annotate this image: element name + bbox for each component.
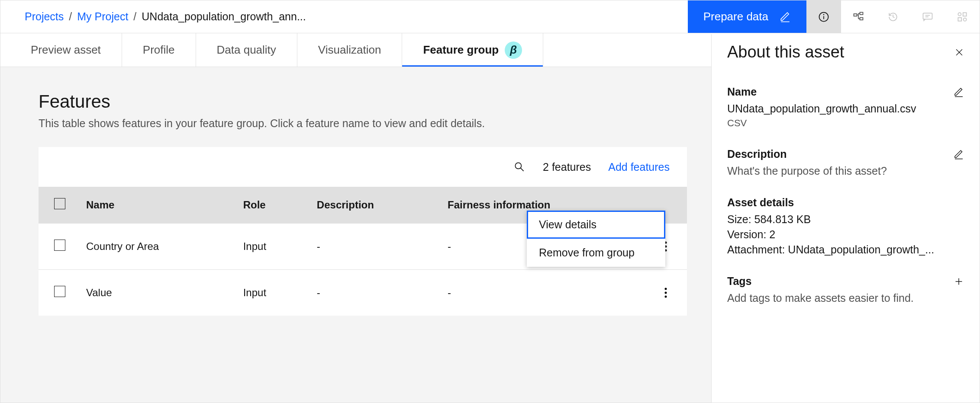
svg-point-19 [665, 292, 667, 294]
panel-tags-section: Tags Add tags to make assets easier to f… [727, 275, 964, 304]
edit-icon [780, 11, 791, 22]
menu-remove-from-group[interactable]: Remove from group [527, 239, 665, 267]
svg-line-14 [521, 168, 524, 171]
tab-profile[interactable]: Profile [122, 33, 196, 67]
asset-name: UNdata_population_growth_annual.csv [727, 102, 964, 115]
svg-rect-11 [958, 17, 961, 21]
table-toolbar: 2 features Add features [39, 147, 687, 187]
comment-icon [910, 0, 945, 33]
feature-name[interactable]: Country or Area [76, 224, 233, 270]
svg-rect-6 [923, 13, 932, 19]
edit-description-icon[interactable] [954, 149, 964, 160]
feature-role: Input [233, 270, 306, 316]
page-title: Features [39, 91, 687, 112]
page-subtitle: This table shows features in your featur… [39, 117, 687, 130]
svg-rect-4 [860, 12, 863, 14]
menu-view-details[interactable]: View details [527, 211, 665, 239]
feature-description: - [306, 270, 437, 316]
feature-fairness: - [437, 270, 645, 316]
tab-feature-group[interactable]: Feature group β [402, 33, 543, 67]
tab-preview-asset[interactable]: Preview asset [0, 33, 122, 67]
asset-attachment: Attachment: UNdata_population_growth_... [727, 243, 964, 256]
svg-point-9 [958, 13, 961, 16]
add-tag-icon[interactable] [954, 276, 964, 287]
row-context-menu: View details Remove from group [527, 211, 665, 267]
features-count: 2 features [543, 161, 591, 173]
panel-title: About this asset [727, 43, 844, 61]
svg-point-12 [964, 18, 967, 21]
svg-point-13 [515, 163, 521, 169]
row-checkbox[interactable] [54, 286, 65, 297]
asset-size: Size: 584.813 KB [727, 213, 964, 226]
svg-rect-5 [860, 17, 863, 19]
select-all-checkbox[interactable] [54, 198, 65, 209]
name-label: Name [727, 86, 757, 98]
col-role: Role [233, 187, 306, 224]
tab-data-quality[interactable]: Data quality [196, 33, 297, 67]
asset-type: CSV [727, 118, 964, 129]
about-panel: About this asset Name UNdata_population_… [711, 34, 980, 403]
beta-badge: β [505, 42, 522, 59]
description-label: Description [727, 148, 787, 160]
add-features-link[interactable]: Add features [608, 161, 670, 173]
breadcrumb-project[interactable]: My Project [77, 10, 128, 23]
close-icon[interactable] [954, 48, 964, 57]
flow-icon[interactable] [841, 0, 876, 33]
row-checkbox[interactable] [54, 240, 65, 251]
top-icon-bar [806, 0, 980, 33]
description-placeholder: What's the purpose of this asset? [727, 165, 964, 177]
tab-visualization[interactable]: Visualization [297, 33, 403, 67]
history-icon [876, 0, 910, 33]
apps-icon [945, 0, 980, 33]
tags-label: Tags [727, 275, 752, 288]
feature-name[interactable]: Value [76, 270, 233, 316]
panel-asset-details-section: Asset details Size: 584.813 KB Version: … [727, 196, 964, 256]
breadcrumb-current: UNdata_population_growth_ann... [142, 10, 306, 23]
panel-description-section: Description What's the purpose of this a… [727, 148, 964, 177]
search-icon[interactable] [513, 161, 525, 173]
info-icon[interactable] [806, 0, 841, 33]
topbar: Projects / My Project / UNdata_populatio… [0, 0, 980, 33]
col-description: Description [306, 187, 437, 224]
prepare-data-label: Prepare data [703, 10, 768, 23]
asset-details-label: Asset details [727, 196, 794, 209]
svg-rect-3 [854, 14, 857, 16]
edit-name-icon[interactable] [954, 87, 964, 97]
panel-name-section: Name UNdata_population_growth_annual.csv… [727, 86, 964, 129]
col-name: Name [76, 187, 233, 224]
feature-role: Input [233, 224, 306, 270]
svg-point-20 [665, 296, 667, 298]
svg-rect-10 [963, 13, 967, 16]
breadcrumb-projects[interactable]: Projects [25, 10, 64, 23]
prepare-data-button[interactable]: Prepare data [688, 0, 806, 33]
svg-point-2 [823, 14, 825, 15]
tags-placeholder: Add tags to make assets easier to find. [727, 292, 964, 304]
table-row: Value Input - - [39, 270, 687, 316]
svg-point-18 [665, 288, 667, 290]
breadcrumb: Projects / My Project / UNdata_populatio… [0, 0, 688, 33]
row-overflow-menu[interactable] [655, 282, 677, 304]
feature-description: - [306, 224, 437, 270]
asset-version: Version: 2 [727, 228, 964, 241]
